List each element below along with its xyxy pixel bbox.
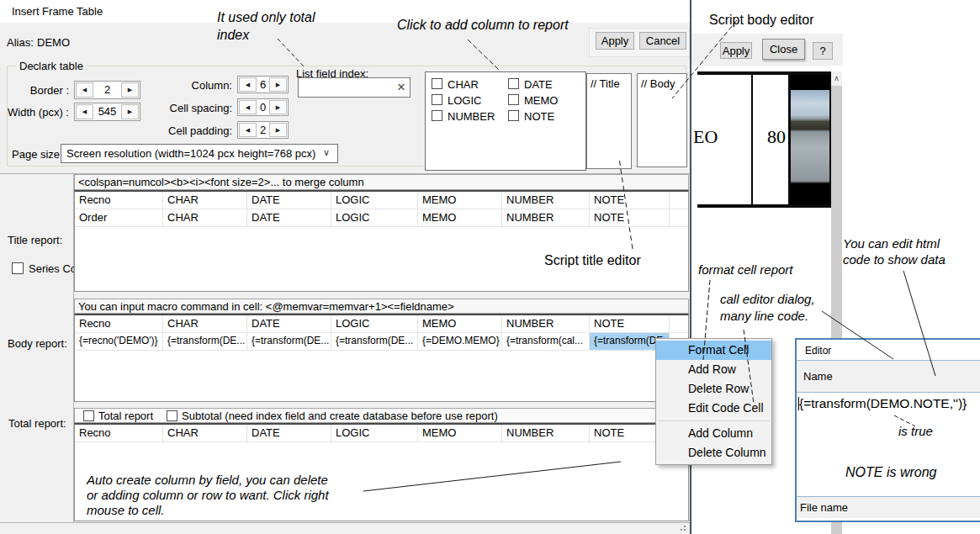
subtotal-checkbox[interactable] xyxy=(167,410,177,421)
spin-left-icon[interactable]: ◀ xyxy=(239,100,257,114)
editor-dialog-title: Editor xyxy=(797,340,980,360)
table-cell[interactable]: Recno xyxy=(75,315,163,332)
preview-apply-button[interactable]: Apply xyxy=(720,42,752,59)
column-value[interactable]: 6 xyxy=(257,77,268,93)
preview-cell-80: 80 xyxy=(755,126,786,148)
table-cell[interactable]: CHAR xyxy=(163,315,247,332)
clear-icon[interactable]: × xyxy=(397,79,405,96)
checkbox-logic-label: LOGIC xyxy=(448,94,481,107)
table-cell[interactable]: {=recno('DEMO')} xyxy=(75,333,163,350)
table-cell[interactable]: CHAR xyxy=(163,192,247,209)
checkbox-date[interactable] xyxy=(508,78,519,89)
cell-spacing-stepper[interactable]: ◀ 0 ▶ xyxy=(237,98,289,116)
border-stepper[interactable]: ◀ 2 ▶ xyxy=(74,81,140,99)
table-cell[interactable]: NUMBER xyxy=(502,192,590,209)
title-script-editor[interactable]: // Title xyxy=(586,73,632,169)
menu-item-add-column[interactable]: Add Column xyxy=(656,424,771,443)
table-row: RecnoCHARDATELOGICMEMONUMBERNOTE xyxy=(75,315,688,333)
checkbox-memo[interactable] xyxy=(508,94,519,105)
width-stepper[interactable]: ◀ 545 ▶ xyxy=(74,103,140,121)
cell-context-menu: Format Cell Add Row Delete Row Edit Code… xyxy=(655,338,772,465)
table-cell[interactable]: LOGIC xyxy=(331,209,418,226)
checkbox-char-label: CHAR xyxy=(448,78,479,91)
border-label: Border : xyxy=(17,84,69,97)
table-cell[interactable]: {=transform(cal... xyxy=(502,333,590,350)
table-cell[interactable] xyxy=(670,192,688,209)
cell-spacing-value[interactable]: 0 xyxy=(257,99,268,115)
alias-value: DEMO xyxy=(37,36,70,49)
table-cell[interactable]: DATE xyxy=(247,192,331,209)
menu-item-edit-code-cell[interactable]: Edit Code Cell xyxy=(656,399,771,418)
checkbox-logic[interactable] xyxy=(432,94,442,105)
spin-left-icon[interactable]: ◀ xyxy=(239,123,257,137)
table-cell[interactable] xyxy=(670,209,688,226)
table-cell[interactable]: Order xyxy=(75,209,163,226)
cancel-button[interactable]: Cancel xyxy=(639,32,686,50)
preview-help-button[interactable]: ? xyxy=(813,42,833,60)
width-value[interactable]: 545 xyxy=(94,103,120,120)
resize-grip[interactable] xyxy=(684,529,686,531)
table-cell[interactable]: CHAR xyxy=(163,425,247,441)
table-cell[interactable]: DATE xyxy=(247,425,331,441)
table-cell[interactable]: CHAR xyxy=(163,209,247,226)
table-cell[interactable]: MEMO xyxy=(418,315,502,332)
spin-left-icon[interactable]: ◀ xyxy=(239,77,257,92)
apply-button[interactable]: Apply xyxy=(596,32,634,50)
table-row: RecnoCHARDATELOGICMEMONUMBERNOTE xyxy=(75,425,688,442)
preview-close-button[interactable]: Close xyxy=(762,39,805,60)
body-script-editor[interactable]: // Body xyxy=(637,73,687,167)
table-cell[interactable]: NUMBER xyxy=(502,425,590,441)
table-cell[interactable]: MEMO xyxy=(418,192,502,209)
series-col-checkbox[interactable] xyxy=(12,262,24,274)
table-cell[interactable]: LOGIC xyxy=(331,315,418,332)
table-cell[interactable]: NOTE xyxy=(590,315,670,332)
spin-right-icon[interactable]: ▶ xyxy=(269,123,287,137)
editor-name-field[interactable]: Name xyxy=(797,360,980,392)
menu-separator xyxy=(658,420,770,421)
table-cell[interactable]: NOTE xyxy=(590,192,670,209)
menu-item-add-row[interactable]: Add Row xyxy=(656,360,771,379)
page-size-dropdown[interactable]: Screen resolution (width=1024 pcx height… xyxy=(61,144,338,163)
total-report-checkbox[interactable] xyxy=(83,410,94,421)
checkbox-note[interactable] xyxy=(508,110,519,121)
title-report-hint: <colspan=numcol><b><i><font size=2>... t… xyxy=(74,174,689,190)
table-cell[interactable]: Recno xyxy=(75,192,163,209)
table-cell[interactable]: MEMO xyxy=(418,425,502,441)
preview-table-divider xyxy=(751,71,753,208)
list-field-index-input[interactable]: × xyxy=(298,77,411,98)
field-type-panel: CHAR LOGIC NUMBER DATE MEMO NOTE xyxy=(425,71,586,171)
editor-code-textarea[interactable]: {=transform(DEMO.NOTE,'')} xyxy=(797,392,980,496)
menu-item-format-cell[interactable]: Format Cell xyxy=(656,341,771,360)
column-stepper[interactable]: ◀ 6 ▶ xyxy=(237,76,289,93)
table-cell[interactable]: MEMO xyxy=(418,209,502,226)
table-cell[interactable] xyxy=(670,315,688,332)
table-cell[interactable]: DATE xyxy=(247,209,331,226)
checkbox-number[interactable] xyxy=(432,110,442,121)
table-cell[interactable]: NUMBER xyxy=(502,209,590,226)
border-value[interactable]: 2 xyxy=(94,82,120,98)
spin-right-icon[interactable]: ▶ xyxy=(121,104,139,119)
checkbox-char[interactable] xyxy=(432,78,442,89)
spin-right-icon[interactable]: ▶ xyxy=(269,100,287,114)
table-cell[interactable]: {=transform(DE... xyxy=(247,333,331,350)
table-cell[interactable]: {=transform(DE... xyxy=(331,333,418,350)
menu-item-delete-column[interactable]: Delete Column xyxy=(656,443,771,463)
spin-right-icon[interactable]: ▶ xyxy=(269,77,287,92)
spin-left-icon[interactable]: ◀ xyxy=(76,82,93,98)
table-cell[interactable]: NOTE xyxy=(590,209,670,226)
scrollbar-up-icon[interactable]: ∧ xyxy=(831,71,842,86)
cell-padding-value[interactable]: 2 xyxy=(257,122,268,138)
spin-right-icon[interactable]: ▶ xyxy=(121,82,139,98)
spin-left-icon[interactable]: ◀ xyxy=(76,104,93,119)
table-cell[interactable]: LOGIC xyxy=(331,425,418,441)
table-cell[interactable]: Recno xyxy=(75,425,163,441)
cell-padding-stepper[interactable]: ◀ 2 ▶ xyxy=(237,121,289,139)
menu-item-delete-row[interactable]: Delete Row xyxy=(656,379,771,399)
table-cell[interactable]: {=transform(DE... xyxy=(163,333,247,350)
table-cell[interactable]: {=DEMO.MEMO} xyxy=(418,333,502,350)
editor-file-name-field[interactable]: File name xyxy=(797,496,980,518)
table-cell[interactable]: NUMBER xyxy=(502,315,590,332)
table-cell[interactable]: LOGIC xyxy=(331,192,418,209)
subtotal-checkbox-label: Subtotal (need index field and create da… xyxy=(182,410,498,422)
table-cell[interactable]: DATE xyxy=(247,315,331,332)
